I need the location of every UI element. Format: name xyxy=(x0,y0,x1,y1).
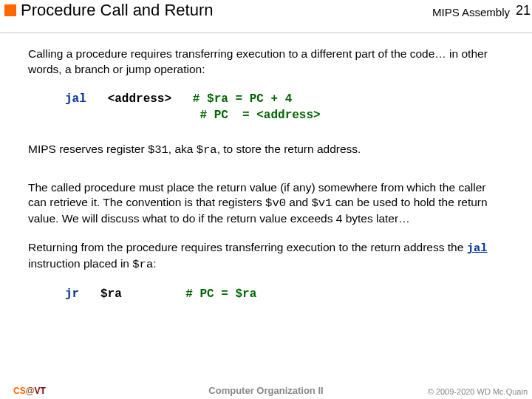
return-value-paragraph: The called procedure must place the retu… xyxy=(28,180,504,228)
ra-text-2: , aka xyxy=(168,143,197,155)
reg-v1: $v1 xyxy=(311,197,332,210)
course-label: MIPS Assembly xyxy=(432,6,510,18)
jal-comment-2: # PC = <address> xyxy=(200,109,320,122)
bullet-icon xyxy=(4,4,16,16)
jr-arg: $ra xyxy=(100,287,122,301)
footer-right: © 2009-2020 WD Mc.Quain xyxy=(428,387,528,396)
jr-code-block: jr $ra # PC = $ra xyxy=(65,286,504,302)
jr-comment: # PC = $ra xyxy=(185,287,256,301)
reg-v0: $v0 xyxy=(265,197,286,210)
jal-opcode: jal xyxy=(65,92,86,106)
jal-address: <address> xyxy=(108,92,171,106)
slide-footer: CS@VT Computer Organization II © 2009-20… xyxy=(0,380,532,396)
slide-body: Calling a procedure requires transferrin… xyxy=(0,33,532,303)
ra-paragraph: MIPS reserves register $31, aka $ra, to … xyxy=(28,142,504,158)
intro-paragraph: Calling a procedure requires transferrin… xyxy=(28,47,504,78)
slide-header: Procedure Call and Return MIPS Assembly … xyxy=(0,0,532,33)
spacer xyxy=(28,171,504,180)
jal-inline: jal xyxy=(467,242,488,255)
jr-opcode: jr xyxy=(65,287,79,301)
ret-text-3: : xyxy=(153,257,156,270)
jal-comment-1: # $ra = PC + 4 xyxy=(193,92,292,106)
rv-text-2: and xyxy=(286,196,311,208)
slide: Procedure Call and Return MIPS Assembly … xyxy=(0,0,532,399)
reg-ra-inline: $ra xyxy=(132,258,153,271)
slide-title: Procedure Call and Return xyxy=(21,1,213,20)
page-number: 21 xyxy=(516,3,531,18)
reg-ra: $ra xyxy=(197,143,217,157)
ra-text-1: MIPS reserves register xyxy=(28,143,148,155)
jal-code-block: jal <address> # $ra = PC + 4 # PC = <add… xyxy=(65,91,504,124)
ra-text-3: , to store the return address. xyxy=(217,143,361,155)
reg-31: $31 xyxy=(148,143,168,157)
ret-text-2: instruction placed in xyxy=(28,257,132,270)
ret-text-1: Returning from the procedure requires tr… xyxy=(28,241,467,253)
return-paragraph: Returning from the procedure requires tr… xyxy=(28,240,504,273)
